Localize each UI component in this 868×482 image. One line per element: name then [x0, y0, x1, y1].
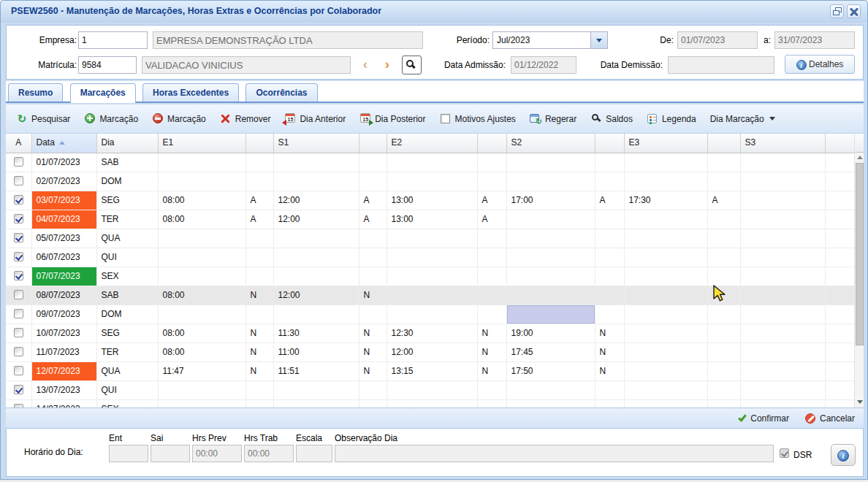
cell-f1[interactable] — [245, 229, 273, 248]
cell-f3[interactable]: N — [477, 343, 506, 362]
cell-f6[interactable] — [825, 305, 854, 324]
cell-f6[interactable] — [825, 324, 854, 343]
cell-date[interactable]: 09/07/2023 — [31, 305, 96, 324]
tab-ocorrencias[interactable]: Ocorrências — [245, 83, 317, 102]
cell-f2[interactable] — [359, 172, 387, 191]
cell-e3[interactable] — [624, 248, 707, 267]
cell-date[interactable]: 01/07/2023 — [31, 153, 96, 172]
scrollbar-thumb[interactable] — [856, 163, 864, 345]
cell-s1[interactable]: 11:00 — [273, 343, 359, 362]
cell-f2[interactable]: A — [359, 210, 387, 229]
cell-s3[interactable] — [740, 267, 825, 286]
cell-dia[interactable]: QUI — [96, 248, 158, 267]
cell-dia[interactable]: SEX — [96, 267, 158, 286]
cell-dia[interactable]: TER — [96, 210, 158, 229]
cell-e2[interactable]: 13:00 — [387, 191, 477, 210]
cell-e3[interactable] — [624, 380, 707, 399]
cell-e1[interactable]: 08:00 — [158, 191, 245, 210]
tab-marcacoes[interactable]: Marcações — [70, 83, 136, 103]
periodo-dropdown-button[interactable] — [590, 32, 607, 48]
cell-f5[interactable]: A — [707, 191, 740, 210]
cell-f6[interactable] — [825, 362, 854, 380]
cell-s2[interactable] — [506, 305, 595, 324]
cell-e3[interactable] — [624, 267, 707, 286]
cell-e1[interactable] — [158, 267, 245, 286]
cell-s2[interactable]: 17:00 — [506, 191, 595, 210]
row-select-cell[interactable] — [6, 267, 31, 286]
cell-f4[interactable] — [595, 172, 624, 191]
row-checkbox-unchecked[interactable] — [14, 347, 23, 356]
cell-s2[interactable] — [506, 210, 595, 229]
cell-f3[interactable] — [477, 267, 506, 286]
row-checkbox-unchecked[interactable] — [14, 290, 23, 299]
cell-f5[interactable] — [707, 362, 740, 380]
cell-dia[interactable]: SAB — [96, 153, 158, 172]
cell-s1[interactable]: 12:00 — [273, 286, 359, 305]
tab-resumo[interactable]: Resumo — [8, 83, 63, 102]
cell-dia[interactable]: SEX — [96, 399, 158, 408]
row-checkbox-unchecked[interactable] — [14, 404, 23, 408]
cell-s3[interactable] — [740, 153, 825, 172]
cell-f4[interactable] — [595, 267, 624, 286]
cell-f5[interactable] — [707, 286, 740, 305]
cell-s2[interactable]: 17:50 — [506, 362, 595, 380]
cell-date[interactable]: 02/07/2023 — [31, 172, 96, 191]
row-checkbox-checked[interactable] — [14, 233, 23, 242]
cell-f1[interactable]: N — [245, 286, 273, 305]
cell-f6[interactable] — [825, 267, 854, 286]
cell-f4[interactable]: N — [595, 324, 624, 343]
cell-e3[interactable] — [624, 210, 707, 229]
row-select-cell[interactable] — [6, 380, 31, 399]
cell-f4[interactable] — [595, 380, 624, 399]
excluir-marcacao-button[interactable]: Marcação — [148, 111, 210, 126]
cell-f3[interactable] — [477, 172, 506, 191]
cell-f6[interactable] — [825, 248, 854, 267]
cell-f3[interactable]: N — [477, 362, 506, 380]
cell-s3[interactable] — [740, 210, 825, 229]
cell-f2[interactable] — [359, 305, 387, 324]
cell-f1[interactable] — [245, 305, 273, 324]
cell-s1[interactable] — [273, 248, 359, 267]
cell-s1[interactable] — [273, 267, 359, 286]
cell-dia[interactable]: DOM — [96, 305, 158, 324]
cell-s1[interactable]: 12:00 — [273, 191, 359, 210]
cell-s3[interactable] — [740, 229, 825, 248]
regerar-button[interactable]: Regerar — [525, 111, 581, 126]
row-select-cell[interactable] — [6, 324, 31, 343]
cell-e1[interactable]: 11:47 — [158, 362, 245, 380]
close-button[interactable] — [847, 4, 861, 18]
dia-posterior-button[interactable]: Dia Posterior — [355, 111, 430, 126]
cell-dia[interactable]: QUA — [96, 229, 158, 248]
cell-f1[interactable] — [245, 172, 273, 191]
row-select-cell[interactable] — [6, 172, 31, 191]
cell-s3[interactable] — [740, 362, 825, 380]
cell-f6[interactable] — [825, 286, 854, 305]
cell-e1[interactable] — [158, 229, 245, 248]
cell-f1[interactable]: N — [245, 362, 273, 380]
cell-f1[interactable] — [245, 380, 273, 399]
next-employee-button[interactable]: › — [378, 56, 397, 74]
dia-marcacao-menu-button[interactable]: Dia Marcação — [706, 112, 780, 126]
cell-f4[interactable] — [595, 153, 624, 172]
adicionar-marcacao-button[interactable]: Marcação — [80, 111, 142, 126]
cell-s2[interactable]: 19:00 — [506, 324, 595, 343]
cell-dia[interactable]: SAB — [96, 286, 158, 305]
column-header-f3[interactable] — [477, 134, 506, 153]
periodo-combobox[interactable]: Jul/2023 — [492, 31, 608, 49]
window-titlebar[interactable]: PSEW2560 - Manutenção de Marcações, Hora… — [1, 1, 867, 23]
detalhes-button[interactable]: i Detalhes — [785, 55, 855, 74]
row-checkbox-unchecked[interactable] — [14, 366, 23, 375]
row-checkbox-unchecked[interactable] — [14, 309, 23, 318]
column-header-f1[interactable] — [245, 134, 273, 153]
cell-f6[interactable] — [825, 343, 854, 362]
cell-e3[interactable] — [624, 305, 707, 324]
row-select-cell[interactable] — [6, 399, 31, 408]
cell-s1[interactable]: 11:51 — [273, 362, 359, 380]
row-select-cell[interactable] — [6, 343, 31, 362]
cell-e1[interactable]: 08:00 — [158, 286, 245, 305]
cell-f6[interactable] — [825, 172, 854, 191]
scroll-up-button[interactable] — [855, 153, 864, 162]
cell-e2[interactable] — [387, 153, 477, 172]
cell-f4[interactable]: N — [595, 343, 624, 362]
cell-f1[interactable] — [245, 153, 273, 172]
